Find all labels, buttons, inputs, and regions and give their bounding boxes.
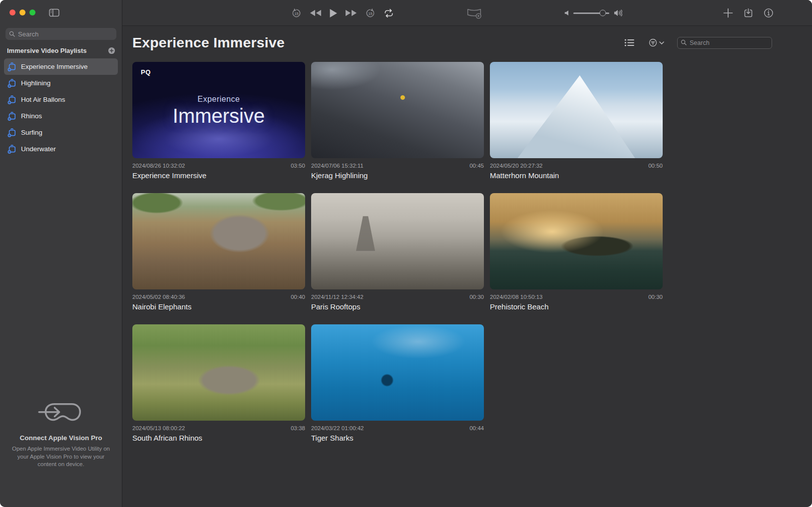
sidebar-item-surfing[interactable]: Surfing bbox=[4, 124, 118, 141]
immersive-video-icon bbox=[466, 7, 482, 19]
skip-back-button[interactable]: 15 bbox=[291, 8, 302, 18]
skip-forward-button[interactable]: 15 bbox=[365, 8, 376, 18]
play-icon bbox=[329, 8, 338, 18]
sidebar-item-label: Underwater bbox=[21, 145, 56, 153]
video-card-matterhorn-mountain: 2024/05/20 20:27:32 00:50 Matterhorn Mou… bbox=[490, 62, 663, 180]
video-title: Prehistoric Beach bbox=[490, 302, 663, 311]
info-icon bbox=[764, 8, 774, 18]
close-button[interactable] bbox=[9, 9, 15, 15]
playlist-icon bbox=[7, 78, 17, 88]
video-thumbnail[interactable] bbox=[311, 62, 484, 158]
list-view-icon bbox=[624, 38, 635, 47]
sidebar-item-rhinos[interactable]: Rhinos bbox=[4, 108, 118, 124]
content-header: Experience Immersive bbox=[122, 26, 812, 51]
zoom-button[interactable] bbox=[29, 9, 35, 15]
video-card-experience-immersive: PQ Experience Immersive 2024/08/26 10:32… bbox=[132, 62, 305, 180]
window-controls bbox=[0, 0, 122, 16]
playlist-icon bbox=[7, 144, 17, 154]
chevron-down-icon bbox=[659, 41, 664, 44]
skip-forward-15-icon: 15 bbox=[365, 8, 376, 18]
skip-back-15-icon: 15 bbox=[291, 8, 302, 18]
sidebar-item-experience-immersive[interactable]: Experience Immersive bbox=[4, 58, 118, 75]
connect-vision-pro-panel: Connect Apple Vision Pro Open Apple Imme… bbox=[0, 401, 122, 507]
import-icon bbox=[743, 8, 754, 18]
filter-icon bbox=[649, 38, 657, 47]
connect-vision-pro-description: Open Apple Immersive Video Utility on yo… bbox=[9, 445, 113, 468]
sidebar-item-label: Rhinos bbox=[21, 112, 42, 120]
video-thumbnail[interactable] bbox=[490, 62, 663, 158]
add-playlist-button[interactable] bbox=[108, 47, 115, 54]
video-thumbnail[interactable] bbox=[132, 324, 305, 421]
filter-menu-button[interactable] bbox=[649, 38, 664, 47]
svg-text:15: 15 bbox=[294, 11, 298, 16]
video-title: Matterhorn Mountain bbox=[490, 171, 663, 180]
video-card-kjerag-highlining: 2024/07/06 15:32:11 00:45 Kjerag Highlin… bbox=[311, 62, 484, 180]
playlist-icon bbox=[7, 111, 17, 121]
video-title: South African Rhinos bbox=[132, 434, 305, 442]
video-duration: 00:30 bbox=[469, 294, 484, 300]
volume-min-icon bbox=[564, 10, 569, 16]
content-area: Experience Immersive bbox=[122, 26, 812, 507]
video-datetime: 2024/05/20 20:27:32 bbox=[490, 163, 543, 169]
video-card-paris-rooftops: 2024/11/12 12:34:42 00:30 Paris Rooftops bbox=[311, 193, 484, 311]
playlists-list: Experience Immersive Highlining Hot Air … bbox=[0, 58, 122, 157]
sidebar-search-field[interactable] bbox=[5, 28, 116, 40]
video-duration: 03:38 bbox=[291, 425, 305, 431]
sidebar-item-underwater[interactable]: Underwater bbox=[4, 141, 118, 157]
video-thumbnail[interactable] bbox=[132, 193, 305, 289]
video-datetime: 2024/02/08 10:50:13 bbox=[490, 294, 543, 300]
add-button[interactable] bbox=[723, 8, 733, 18]
content-search-field[interactable] bbox=[677, 37, 772, 49]
video-title: Experience Immersive bbox=[132, 171, 305, 180]
sidebar-toggle-button[interactable] bbox=[49, 8, 59, 17]
play-button[interactable] bbox=[329, 8, 338, 18]
thumbnail-overlay-subtitle: Experience bbox=[197, 95, 240, 104]
playlist-icon bbox=[7, 62, 17, 72]
sidebar-item-label: Highlining bbox=[21, 79, 50, 87]
volume-controls bbox=[564, 0, 622, 26]
thumbnail-overlay: Experience Immersive bbox=[132, 62, 305, 158]
playlists-section-title: Immersive Video Playlists bbox=[7, 47, 108, 54]
playback-controls: 15 bbox=[291, 0, 395, 26]
repeat-icon bbox=[383, 8, 395, 18]
playlist-icon bbox=[7, 128, 17, 138]
svg-text:15: 15 bbox=[368, 11, 372, 16]
volume-max-icon bbox=[614, 9, 622, 16]
video-thumbnail[interactable] bbox=[490, 193, 663, 289]
playlist-icon bbox=[7, 95, 17, 105]
rewind-icon bbox=[309, 9, 322, 17]
content-search-input[interactable] bbox=[690, 39, 769, 46]
import-button[interactable] bbox=[743, 8, 754, 18]
rewind-button[interactable] bbox=[309, 9, 322, 17]
video-datetime: 2024/07/06 15:32:11 bbox=[311, 163, 364, 169]
main-area: 15 bbox=[122, 0, 812, 507]
sidebar-item-label: Experience Immersive bbox=[21, 63, 88, 70]
sidebar-item-hot-air-ballons[interactable]: Hot Air Ballons bbox=[4, 91, 118, 108]
video-duration: 00:44 bbox=[469, 425, 484, 431]
video-duration: 03:50 bbox=[291, 163, 305, 169]
list-view-button[interactable] bbox=[624, 38, 649, 47]
video-thumbnail[interactable] bbox=[311, 324, 484, 421]
search-icon bbox=[681, 39, 687, 46]
video-thumbnail[interactable] bbox=[311, 193, 484, 289]
minimize-button[interactable] bbox=[19, 9, 25, 15]
connect-vision-pro-title: Connect Apple Vision Pro bbox=[9, 434, 113, 442]
repeat-button[interactable] bbox=[383, 8, 395, 18]
sidebar-item-label: Surfing bbox=[21, 129, 42, 136]
vision-pro-connect-icon bbox=[38, 401, 84, 427]
video-thumbnail[interactable]: PQ Experience Immersive bbox=[132, 62, 305, 158]
immersive-preview-button[interactable] bbox=[466, 7, 482, 19]
video-grid: PQ Experience Immersive 2024/08/26 10:32… bbox=[132, 62, 812, 442]
fast-forward-button[interactable] bbox=[345, 9, 358, 17]
video-title: Paris Rooftops bbox=[311, 302, 484, 311]
plus-circle-icon bbox=[108, 47, 115, 54]
video-card-nairobi-elephants: 2024/05/02 08:40:36 00:40 Nairobi Elepha… bbox=[132, 193, 305, 311]
video-datetime: 2024/11/12 12:34:42 bbox=[311, 294, 364, 300]
volume-slider[interactable] bbox=[573, 12, 609, 14]
toolbar: 15 bbox=[122, 0, 812, 26]
video-datetime: 2024/05/02 08:40:36 bbox=[132, 294, 185, 300]
sidebar-item-highlining[interactable]: Highlining bbox=[4, 75, 118, 91]
info-button[interactable] bbox=[764, 8, 774, 18]
volume-slider-knob[interactable] bbox=[600, 10, 606, 16]
sidebar-search-input[interactable] bbox=[18, 30, 113, 38]
